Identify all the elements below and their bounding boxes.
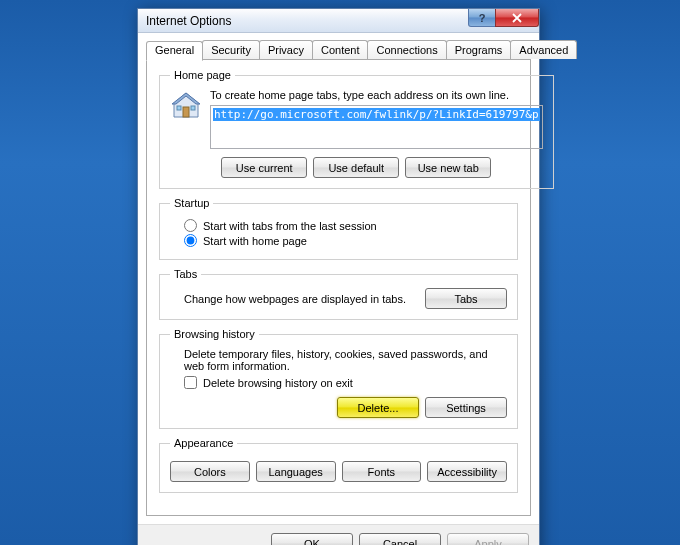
appearance-legend: Appearance (170, 437, 237, 449)
help-button[interactable]: ? (468, 9, 496, 27)
svg-rect-4 (191, 106, 195, 110)
tabs-button[interactable]: Tabs (425, 288, 507, 309)
delete-button[interactable]: Delete... (337, 397, 419, 418)
startup-last-session-radio[interactable] (184, 219, 197, 232)
colors-button[interactable]: Colors (170, 461, 250, 482)
use-current-button[interactable]: Use current (221, 157, 307, 178)
homepage-desc: To create home page tabs, type each addr… (210, 89, 543, 101)
tab-strip: General Security Privacy Content Connect… (146, 40, 531, 60)
use-default-button[interactable]: Use default (313, 157, 399, 178)
home-icon (170, 89, 202, 121)
browsing-history-legend: Browsing history (170, 328, 259, 340)
tabs-desc: Change how webpages are displayed in tab… (184, 293, 406, 305)
tab-general[interactable]: General (146, 41, 203, 61)
dialog-title: Internet Options (146, 14, 231, 28)
startup-home-page-radio[interactable] (184, 234, 197, 247)
accessibility-button[interactable]: Accessibility (427, 461, 507, 482)
tab-privacy[interactable]: Privacy (259, 40, 313, 59)
startup-group: Startup Start with tabs from the last se… (159, 197, 518, 260)
cancel-button[interactable]: Cancel (359, 533, 441, 545)
settings-button[interactable]: Settings (425, 397, 507, 418)
close-button[interactable] (495, 9, 539, 27)
tab-programs[interactable]: Programs (446, 40, 512, 59)
use-new-tab-button[interactable]: Use new tab (405, 157, 491, 178)
browsing-history-group: Browsing history Delete temporary files,… (159, 328, 518, 429)
tab-advanced[interactable]: Advanced (510, 40, 577, 59)
tab-content[interactable]: Content (312, 40, 369, 59)
homepage-group: Home page To create home page tabs, type… (159, 69, 554, 189)
ok-button[interactable]: OK (271, 533, 353, 545)
internet-options-dialog: Internet Options ? General Security Priv… (137, 8, 540, 545)
startup-home-page-label: Start with home page (203, 235, 307, 247)
homepage-legend: Home page (170, 69, 235, 81)
languages-button[interactable]: Languages (256, 461, 336, 482)
tab-connections[interactable]: Connections (367, 40, 446, 59)
dialog-bottom-buttons: OK Cancel Apply (138, 524, 539, 545)
tab-security[interactable]: Security (202, 40, 260, 59)
tab-panel-general: Home page To create home page tabs, type… (146, 59, 531, 516)
window-buttons: ? (469, 9, 539, 27)
titlebar[interactable]: Internet Options ? (138, 9, 539, 33)
appearance-group: Appearance Colors Languages Fonts Access… (159, 437, 518, 493)
svg-rect-3 (177, 106, 181, 110)
startup-legend: Startup (170, 197, 213, 209)
delete-on-exit-checkbox[interactable] (184, 376, 197, 389)
homepage-url-input[interactable]: http://go.microsoft.com/fwlink/p/?LinkId… (210, 105, 543, 149)
tabs-legend: Tabs (170, 268, 201, 280)
svg-rect-2 (183, 107, 189, 117)
startup-last-session-label: Start with tabs from the last session (203, 220, 377, 232)
apply-button[interactable]: Apply (447, 533, 529, 545)
fonts-button[interactable]: Fonts (342, 461, 422, 482)
dialog-body: General Security Privacy Content Connect… (138, 33, 539, 524)
delete-on-exit-label: Delete browsing history on exit (203, 377, 353, 389)
browsing-history-desc: Delete temporary files, history, cookies… (184, 348, 507, 372)
tabs-group: Tabs Change how webpages are displayed i… (159, 268, 518, 320)
